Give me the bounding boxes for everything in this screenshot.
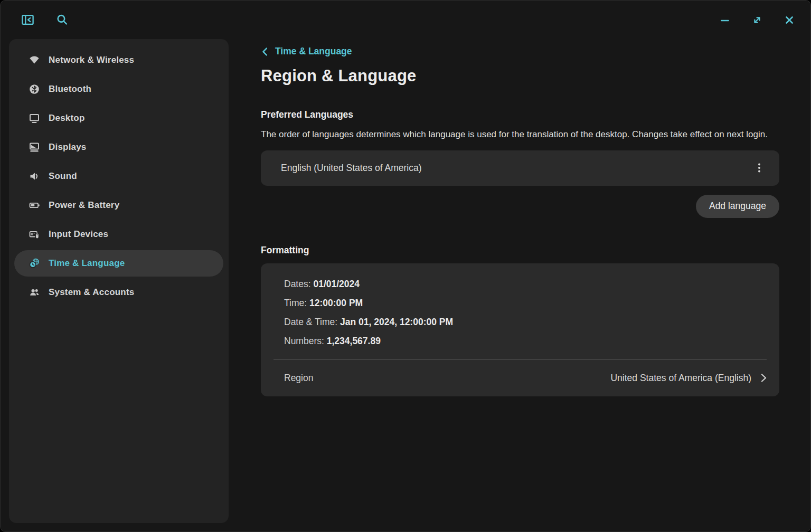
add-language-row: Add language bbox=[261, 195, 779, 218]
sidebar-item-desktop[interactable]: Desktop bbox=[14, 105, 223, 131]
sidebar-item-bluetooth[interactable]: Bluetooth bbox=[14, 76, 223, 102]
formatting-row: Dates: 01/01/2024 bbox=[261, 274, 779, 293]
language-row[interactable]: English (United States of America) bbox=[261, 150, 779, 186]
titlebar bbox=[1, 1, 810, 39]
formatting-row: Time: 12:00:00 PM bbox=[261, 293, 779, 312]
formatting-row: Date & Time: Jan 01, 2024, 12:00:00 PM bbox=[261, 312, 779, 331]
back-chevron-icon bbox=[261, 47, 270, 56]
sidebar-item-system-accounts[interactable]: System & Accounts bbox=[14, 279, 223, 306]
displays-icon bbox=[28, 141, 41, 154]
minimize-icon[interactable] bbox=[718, 13, 732, 27]
window-controls bbox=[718, 13, 797, 27]
titlebar-left bbox=[20, 13, 69, 27]
page-title: Region & Language bbox=[261, 66, 779, 86]
sound-icon bbox=[28, 170, 41, 183]
formatting-row-label: Date & Time: bbox=[284, 317, 337, 327]
main-content: Time & Language Region & Language Prefer… bbox=[261, 39, 779, 396]
sidebar-item-network-wireless[interactable]: Network & Wireless bbox=[14, 47, 223, 73]
language-label: English (United States of America) bbox=[281, 163, 752, 174]
sidebar-item-label: Time & Language bbox=[49, 258, 125, 269]
sidebar-item-label: Bluetooth bbox=[49, 84, 91, 94]
sidebar-item-sound[interactable]: Sound bbox=[14, 163, 223, 189]
formatting-card: Dates: 01/01/2024Time: 12:00:00 PMDate &… bbox=[261, 263, 779, 396]
close-icon[interactable] bbox=[782, 13, 797, 27]
sidebar: Network & WirelessBluetoothDesktopDispla… bbox=[9, 39, 229, 523]
formatting-rows: Dates: 01/01/2024Time: 12:00:00 PMDate &… bbox=[261, 274, 779, 350]
formatting-row-value: 12:00:00 PM bbox=[309, 298, 363, 308]
settings-window: Network & WirelessBluetoothDesktopDispla… bbox=[0, 0, 811, 532]
formatting-row-value: 01/01/2024 bbox=[313, 279, 360, 289]
formatting-row-label: Time: bbox=[284, 298, 307, 308]
desktop-icon bbox=[28, 112, 41, 125]
kebab-menu-icon[interactable] bbox=[752, 158, 767, 177]
input-devices-icon bbox=[28, 228, 41, 241]
search-icon[interactable] bbox=[54, 13, 69, 27]
formatting-row-label: Numbers: bbox=[284, 336, 324, 346]
sidebar-item-time-language[interactable]: Time & Language bbox=[14, 250, 223, 277]
wifi-icon bbox=[28, 54, 41, 66]
sidebar-item-input-devices[interactable]: Input Devices bbox=[14, 221, 223, 248]
sidebar-item-label: Network & Wireless bbox=[49, 55, 134, 65]
formatting-row-value: 1,234,567.89 bbox=[327, 336, 381, 346]
region-row[interactable]: Region United States of America (English… bbox=[261, 360, 779, 396]
sidebar-item-displays[interactable]: Displays bbox=[14, 134, 223, 160]
preferred-languages-heading: Preferred Languages bbox=[261, 109, 779, 120]
sidebar-item-label: Sound bbox=[49, 171, 77, 182]
back-link[interactable]: Time & Language bbox=[261, 46, 352, 57]
sidebar-toggle-icon[interactable] bbox=[20, 13, 35, 27]
sidebar-item-label: System & Accounts bbox=[49, 287, 134, 298]
bluetooth-icon bbox=[28, 83, 41, 96]
time-language-icon bbox=[28, 257, 41, 270]
sidebar-item-label: Input Devices bbox=[49, 229, 108, 240]
formatting-row: Numbers: 1,234,567.89 bbox=[261, 331, 779, 350]
formatting-row-label: Dates: bbox=[284, 279, 311, 289]
battery-icon bbox=[28, 199, 41, 212]
system-accounts-icon bbox=[28, 286, 41, 299]
formatting-row-value: Jan 01, 2024, 12:00:00 PM bbox=[340, 317, 453, 327]
back-label: Time & Language bbox=[275, 46, 352, 57]
formatting-heading: Formatting bbox=[261, 245, 779, 256]
preferred-languages-description: The order of languages determines which … bbox=[261, 127, 779, 142]
sidebar-item-label: Displays bbox=[49, 142, 87, 153]
region-label: Region bbox=[284, 373, 313, 384]
maximize-icon[interactable] bbox=[750, 13, 765, 27]
add-language-button[interactable]: Add language bbox=[696, 195, 779, 218]
region-value-group: United States of America (English) bbox=[610, 373, 769, 384]
sidebar-item-label: Desktop bbox=[49, 113, 84, 124]
sidebar-item-label: Power & Battery bbox=[49, 200, 119, 211]
region-value: United States of America (English) bbox=[610, 373, 751, 384]
sidebar-item-power-battery[interactable]: Power & Battery bbox=[14, 192, 223, 218]
chevron-right-icon bbox=[758, 373, 769, 383]
